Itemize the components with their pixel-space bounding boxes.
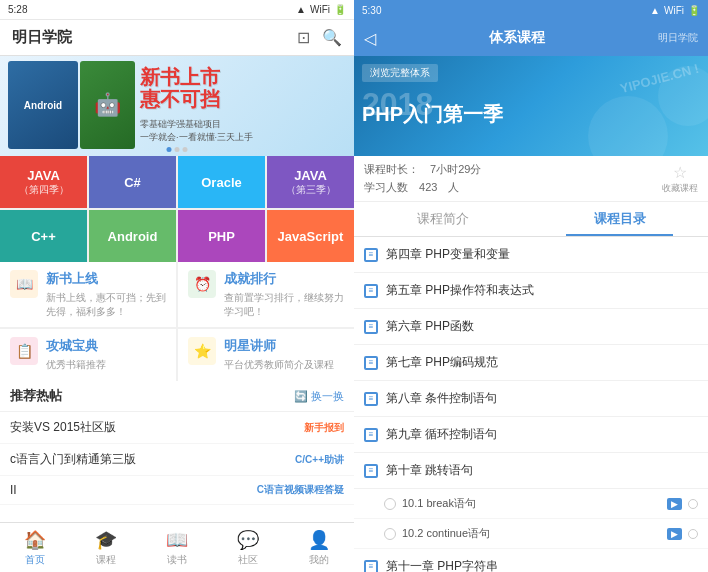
nav-item-首页[interactable]: 🏠 首页 xyxy=(0,529,71,567)
chapter-title: 第六章 PHP函数 xyxy=(386,318,474,335)
course-item[interactable]: JAVA（第四季） xyxy=(0,156,87,208)
info-card[interactable]: ⭐ 明星讲师 平台优秀教师简介及课程 xyxy=(178,329,354,381)
catalog-chapter-item[interactable]: ≡ 第六章 PHP函数 xyxy=(354,309,708,345)
catalog-chapter-item[interactable]: ≡ 第八章 条件控制语句 xyxy=(354,381,708,417)
info-card[interactable]: 📖 新书上线 新书上线，惠不可挡；先到先得，福利多多！ xyxy=(0,262,176,327)
back-button[interactable]: ◁ xyxy=(364,29,376,48)
scan-icon[interactable]: ⊡ xyxy=(297,28,310,47)
info-card-title: 新书上线 xyxy=(46,270,166,288)
chapter-title: 第十一章 PHP字符串 xyxy=(386,558,498,572)
bottom-nav: 🏠 首页 🎓 课程 📖 读书 💬 社区 👤 我的 xyxy=(0,522,354,572)
catalog-sub-item[interactable]: 10.1 break语句 ▶ xyxy=(354,489,708,519)
recommend-item-badge: C/C++助讲 xyxy=(295,453,344,467)
nav-icon: 🏠 xyxy=(24,529,46,551)
duration-value: 7小时29分 xyxy=(430,163,481,175)
recommend-item[interactable]: IIC语言视频课程答疑 xyxy=(0,476,354,505)
sub-icon xyxy=(384,498,396,510)
chapter-icon: ≡ xyxy=(364,284,378,298)
info-card-title: 攻城宝典 xyxy=(46,337,106,355)
circle-icon xyxy=(688,529,698,539)
nav-item-课程[interactable]: 🎓 课程 xyxy=(71,529,142,567)
chapter-title: 第十章 跳转语句 xyxy=(386,462,473,479)
left-battery-icon: 🔋 xyxy=(334,4,346,15)
info-cards: 📖 新书上线 新书上线，惠不可挡；先到先得，福利多多！ ⏰ 成就排行 查前置学习… xyxy=(0,262,354,381)
video-badge: ▶ xyxy=(667,498,682,510)
banner-sub: 零基础学强基础项目 一学就会·一看就懂·三天上手 xyxy=(140,118,253,144)
left-panel: 5:28 ▲ WiFi 🔋 明日学院 ⊡ 🔍 Android 🤖 新书上市 惠不… xyxy=(0,0,354,572)
search-icon[interactable]: 🔍 xyxy=(322,28,342,47)
info-card-title: 成就排行 xyxy=(224,270,344,288)
nav-item-我的[interactable]: 👤 我的 xyxy=(283,529,354,567)
sub-title: 10.1 break语句 xyxy=(402,496,476,511)
course-item[interactable]: Oracle xyxy=(178,156,265,208)
course-main-title: PHP入门第一季 xyxy=(362,101,503,128)
course-catalog: ≡ 第四章 PHP变量和变量 ≡ 第五章 PHP操作符和表达式 ≡ 第六章 PH… xyxy=(354,237,708,572)
course-grid: JAVA（第四季）C#OracleJAVA（第三季）C++AndroidPHPJ… xyxy=(0,156,354,262)
left-wifi-icon: WiFi xyxy=(310,4,330,15)
info-card-desc: 查前置学习排行，继续努力学习吧！ xyxy=(224,291,344,319)
catalog-chapter-item[interactable]: ≡ 第九章 循环控制语句 xyxy=(354,417,708,453)
nav-label: 课程 xyxy=(96,553,116,567)
recommend-item[interactable]: c语言入门到精通第三版C/C++助讲 xyxy=(0,444,354,476)
right-battery-icon: 🔋 xyxy=(688,5,700,16)
right-header-title: 体系课程 xyxy=(384,29,650,47)
nav-label: 我的 xyxy=(309,553,329,567)
students-value: 423 xyxy=(419,181,437,193)
course-item[interactable]: C# xyxy=(89,156,176,208)
recommend-title: 推荐热帖 xyxy=(10,387,62,405)
info-card-icon: 📖 xyxy=(10,270,38,298)
sub-title: 10.2 continue语句 xyxy=(402,526,490,541)
course-item[interactable]: Android xyxy=(89,210,176,262)
nav-item-读书[interactable]: 📖 读书 xyxy=(142,529,213,567)
left-time: 5:28 xyxy=(8,4,27,15)
info-card-icon: 📋 xyxy=(10,337,38,365)
catalog-chapter-item[interactable]: ≡ 第四章 PHP变量和变量 xyxy=(354,237,708,273)
students-label: 学习人数 xyxy=(364,181,408,193)
course-info: 课程时长： 7小时29分 学习人数 423 人 ☆ 收藏课程 xyxy=(354,156,708,202)
chapter-icon: ≡ xyxy=(364,392,378,406)
catalog-chapter-item[interactable]: ≡ 第七章 PHP编码规范 xyxy=(354,345,708,381)
banner-book: Android xyxy=(8,61,78,149)
tab-课程目录[interactable]: 课程目录 xyxy=(531,202,708,236)
banner-text: 新书上市 惠不可挡 xyxy=(140,66,220,110)
left-status-bar: 5:28 ▲ WiFi 🔋 xyxy=(0,0,354,20)
catalog-chapter-item[interactable]: ≡ 第十章 跳转语句 xyxy=(354,453,708,489)
info-card-desc: 优秀书籍推荐 xyxy=(46,358,106,372)
recommend-item[interactable]: 安装VS 2015社区版新手报到 xyxy=(0,412,354,444)
chapter-icon: ≡ xyxy=(364,464,378,478)
refresh-button[interactable]: 🔄 换一换 xyxy=(294,389,344,404)
right-header: ◁ 体系课程 明日学院 xyxy=(354,20,708,56)
info-card-title: 明星讲师 xyxy=(224,337,334,355)
tab-课程简介[interactable]: 课程简介 xyxy=(354,202,531,236)
info-card-icon: ⭐ xyxy=(188,337,216,365)
course-item[interactable]: JavaScript xyxy=(267,210,354,262)
chapter-title: 第七章 PHP编码规范 xyxy=(386,354,498,371)
nav-item-社区[interactable]: 💬 社区 xyxy=(212,529,283,567)
nav-icon: 👤 xyxy=(308,529,330,551)
recommend-list: 安装VS 2015社区版新手报到c语言入门到精通第三版C/C++助讲IIC语言视… xyxy=(0,412,354,505)
nav-label: 读书 xyxy=(167,553,187,567)
catalog-chapter-item[interactable]: ≡ 第十一章 PHP字符串 xyxy=(354,549,708,572)
info-card-desc: 新书上线，惠不可挡；先到先得，福利多多！ xyxy=(46,291,166,319)
course-item[interactable]: C++ xyxy=(0,210,87,262)
right-wifi-icon: WiFi xyxy=(664,5,684,16)
info-card[interactable]: ⏰ 成就排行 查前置学习排行，继续努力学习吧！ xyxy=(178,262,354,327)
chapter-title: 第八章 条件控制语句 xyxy=(386,390,497,407)
app-title: 明日学院 xyxy=(12,28,72,47)
banner: Android 🤖 新书上市 惠不可挡 零基础学强基础项目 一学就会·一看就懂·… xyxy=(0,56,354,156)
course-tag: 浏览完整体系 xyxy=(362,64,438,82)
right-panel: 5:30 ▲ WiFi 🔋 ◁ 体系课程 明日学院 浏览完整体系 2018 PH… xyxy=(354,0,708,572)
recommend-header: 推荐热帖 🔄 换一换 xyxy=(0,381,354,412)
course-item[interactable]: PHP xyxy=(178,210,265,262)
catalog-sub-item[interactable]: 10.2 continue语句 ▶ xyxy=(354,519,708,549)
catalog-chapter-item[interactable]: ≡ 第五章 PHP操作符和表达式 xyxy=(354,273,708,309)
recommend-item-text: II xyxy=(10,483,17,497)
chapter-title: 第九章 循环控制语句 xyxy=(386,426,497,443)
course-item[interactable]: JAVA（第三季） xyxy=(267,156,354,208)
favorite-button[interactable]: ☆ 收藏课程 xyxy=(662,163,698,195)
course-banner: 浏览完整体系 2018 PHP入门第一季 YIPOJIE.CN ! xyxy=(354,56,708,156)
right-logo: 明日学院 xyxy=(658,31,698,45)
nav-label: 社区 xyxy=(238,553,258,567)
chapter-icon: ≡ xyxy=(364,248,378,262)
info-card[interactable]: 📋 攻城宝典 优秀书籍推荐 xyxy=(0,329,176,381)
